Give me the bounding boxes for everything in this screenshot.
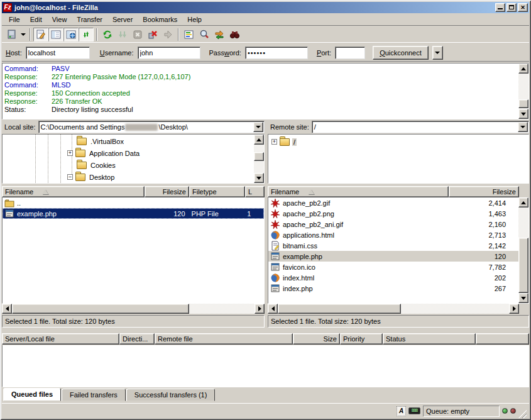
file-row[interactable]: index.html 202	[268, 272, 520, 283]
password-input[interactable]	[245, 47, 308, 59]
close-button[interactable]: ✕	[518, 3, 528, 12]
scroll-up-button[interactable]	[518, 64, 528, 74]
scroll-left-button[interactable]	[2, 304, 12, 314]
process-queue-button[interactable]	[115, 28, 130, 41]
tree-item-cookies[interactable]: Cookies	[77, 159, 117, 171]
remote-horizontal-scrollbar[interactable]	[268, 304, 519, 314]
toggle-local-tree-button[interactable]	[48, 28, 63, 41]
toggle-message-log-button[interactable]	[33, 28, 48, 41]
refresh-button[interactable]	[100, 28, 115, 41]
remote-list-scrollbar[interactable]	[518, 197, 528, 303]
menu-file[interactable]: File	[4, 14, 25, 25]
menu-server[interactable]: Server	[108, 14, 137, 25]
expand-plus-icon[interactable]: +	[271, 139, 277, 145]
tab-failed-transfers[interactable]: Failed transfers	[62, 389, 126, 401]
column-header-filesize[interactable]: Filesize	[449, 186, 519, 197]
file-row-parent-dir[interactable]: ..	[3, 197, 264, 208]
apache-image-icon	[270, 219, 280, 229]
resize-grip[interactable]	[518, 410, 527, 418]
collapse-minus-icon[interactable]: −	[67, 174, 73, 180]
toggle-remote-tree-button[interactable]	[63, 28, 79, 41]
find-files-button[interactable]	[227, 28, 242, 41]
remote-site-combobox[interactable]: /	[312, 121, 529, 133]
local-horizontal-scrollbar[interactable]	[2, 304, 265, 314]
disconnect-button[interactable]	[145, 28, 160, 41]
expand-plus-icon[interactable]: +	[67, 150, 73, 156]
scroll-thumb[interactable]	[12, 304, 189, 314]
menu-bookmarks[interactable]: Bookmarks	[138, 14, 182, 25]
queue-body[interactable]	[2, 345, 529, 387]
site-manager-button[interactable]	[4, 28, 19, 41]
data-type-indicator-icon[interactable]: A	[397, 406, 406, 416]
file-row[interactable]: apache_pb2.gif 2,414	[268, 197, 520, 208]
directory-listing-filter-button[interactable]	[182, 28, 197, 41]
tree-item-virtualbox[interactable]: .VirtualBox	[77, 135, 125, 147]
synchronized-browsing-button[interactable]	[212, 28, 227, 41]
scroll-up-button[interactable]	[518, 197, 528, 207]
site-manager-dropdown[interactable]	[19, 28, 27, 41]
local-site-combobox[interactable]: C:\Documents and Settings\Desktop\	[38, 121, 265, 133]
title-bar[interactable]: Fz john@localhost - FileZilla ✕	[2, 2, 529, 13]
tree-item-root[interactable]: + /	[271, 136, 297, 148]
host-input[interactable]	[26, 47, 90, 59]
column-header-direction[interactable]: Directi...	[119, 333, 155, 345]
cancel-operation-button[interactable]	[130, 28, 145, 41]
column-header-filesize[interactable]: Filesize	[145, 186, 189, 197]
scroll-right-button[interactable]	[255, 304, 265, 314]
queue-tabs: Queued files Failed transfers Successful…	[3, 388, 215, 401]
column-header-status[interactable]: Status	[383, 333, 476, 345]
reconnect-button[interactable]	[160, 28, 175, 41]
directory-comparison-button[interactable]	[197, 28, 212, 41]
scroll-thumb[interactable]	[254, 152, 264, 161]
column-header-size[interactable]: Size	[293, 333, 340, 345]
quickconnect-dropdown[interactable]	[432, 46, 443, 60]
tab-successful-transfers[interactable]: Successful transfers (1)	[126, 389, 216, 401]
minimize-button[interactable]	[495, 3, 505, 12]
scroll-up-button[interactable]	[254, 135, 264, 145]
local-file-list: .. example.php 120 PHP File 1	[2, 197, 265, 304]
column-header-filename[interactable]: Filename	[268, 186, 449, 197]
file-row[interactable]: apache_pb2_ani.gif 2,160	[268, 219, 520, 229]
quickconnect-button[interactable]: Quickconnect	[373, 46, 429, 60]
menu-transfer[interactable]: Transfer	[72, 14, 107, 25]
status-bar: A 888 Queue: empty	[2, 403, 529, 418]
column-header-server-local-file[interactable]: Server/Local file	[2, 333, 119, 345]
scroll-left-button[interactable]	[268, 304, 278, 314]
remote-site-dropdown-button[interactable]	[518, 122, 528, 132]
column-header-remote-file[interactable]: Remote file	[155, 333, 293, 345]
file-row-selected[interactable]: example.php 120	[268, 251, 520, 262]
file-row[interactable]: apache_pb2.png 1,463	[268, 208, 520, 219]
column-header-lastmodified[interactable]: L	[245, 186, 265, 197]
menu-edit[interactable]: Edit	[26, 14, 47, 25]
scroll-down-button[interactable]	[518, 109, 528, 119]
local-site-dropdown-button[interactable]	[253, 122, 263, 132]
scroll-thumb[interactable]	[278, 304, 401, 314]
scroll-thumb[interactable]	[518, 99, 528, 108]
local-tree-scrollbar[interactable]	[254, 135, 264, 183]
file-row[interactable]: bitnami.css 2,142	[268, 240, 520, 251]
port-input[interactable]	[335, 47, 365, 59]
tree-item-desktop[interactable]: − Desktop	[67, 171, 116, 183]
file-row[interactable]: index.php 267	[268, 283, 520, 294]
scroll-right-button[interactable]	[509, 304, 519, 314]
scroll-down-button[interactable]	[518, 293, 528, 303]
log-vertical-scrollbar[interactable]	[518, 64, 528, 119]
scroll-thumb[interactable]	[518, 238, 528, 293]
file-row-example-php[interactable]: example.php 120 PHP File 1	[3, 208, 264, 219]
toggle-transfer-queue-button[interactable]	[79, 28, 94, 41]
tree-item-application-data[interactable]: + Application Data	[67, 147, 141, 159]
menu-help[interactable]: Help	[183, 14, 206, 25]
username-input[interactable]	[138, 47, 200, 59]
speed-limit-icon[interactable]: 888	[408, 407, 420, 414]
column-header-filename[interactable]: Filename	[2, 186, 145, 197]
scroll-down-button[interactable]	[254, 173, 264, 183]
menu-view[interactable]: View	[48, 14, 72, 25]
filezilla-app-icon[interactable]: Fz	[3, 3, 12, 12]
column-header-filetype[interactable]: Filetype	[189, 186, 245, 197]
column-header-priority[interactable]: Priority	[340, 333, 383, 345]
maximize-button[interactable]	[506, 3, 517, 12]
menu-bar: File Edit View Transfer Server Bookmarks…	[2, 13, 529, 26]
tab-queued-files[interactable]: Queued files	[3, 388, 61, 401]
file-row[interactable]: applications.html 2,713	[268, 229, 520, 240]
file-row[interactable]: favicon.ico 7,782	[268, 262, 520, 272]
